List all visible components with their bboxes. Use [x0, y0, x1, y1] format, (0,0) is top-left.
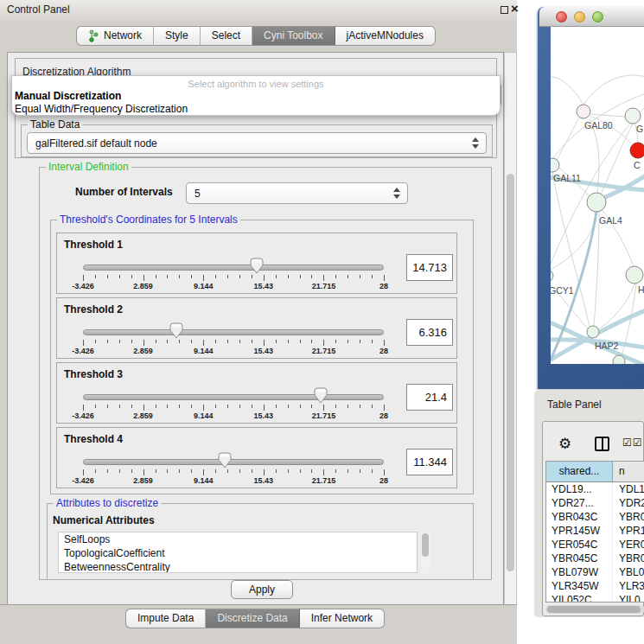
table-row[interactable]: YBR045CYBR0 — [546, 552, 644, 565]
threshold-value-field[interactable]: 14.713 — [406, 254, 453, 281]
algorithm-option[interactable]: Equal Width/Frequency Discretization — [15, 103, 188, 115]
table-row[interactable]: YLR345WYLR3 — [546, 579, 644, 593]
network-canvas[interactable]: GAL80G.CGAL11GAL4GCY1HHAP2 — [551, 27, 644, 364]
panel-vertical-scrollbar[interactable] — [504, 52, 517, 605]
slider-tick — [227, 469, 228, 473]
checkboxes-icon[interactable]: ☑☑ — [622, 437, 643, 449]
cell-shared-name[interactable]: YPR145W — [546, 524, 613, 538]
cell-name[interactable]: YLR3 — [613, 579, 644, 593]
slider-tick — [311, 469, 312, 473]
numerical-attributes-list[interactable]: SelfLoopsTopologicalCoefficientBetweenne… — [58, 532, 418, 573]
threshold-value-field[interactable]: 6.316 — [406, 319, 453, 346]
cell-shared-name[interactable]: YBR043C — [546, 510, 613, 524]
slider-track[interactable] — [83, 394, 384, 400]
slider-tick — [131, 469, 132, 473]
cell-shared-name[interactable]: YBL079W — [546, 565, 613, 579]
minimize-traffic-light-icon[interactable] — [574, 11, 585, 22]
number-of-intervals-value: 5 — [194, 188, 201, 200]
table-row[interactable]: YDL19...YDL1 — [546, 482, 644, 496]
algorithm-option[interactable]: Manual Discretization — [15, 90, 121, 102]
column-header-name[interactable]: n — [613, 462, 644, 481]
tab-cyni-toolbox[interactable]: Cyni Toolbox — [252, 26, 335, 46]
apply-button[interactable]: Apply — [231, 580, 293, 599]
slider-tick-label: -3.426 — [72, 476, 94, 485]
thresholds-group-title: Threshold's Coordinates for 5 Intervals — [57, 214, 240, 226]
number-of-intervals-combobox[interactable]: 5 — [186, 182, 408, 204]
slider-tick — [335, 469, 336, 473]
cell-name[interactable]: YER0 — [613, 538, 644, 552]
threshold-box: Threshold 1-3.4262.8599.14415.4321.71528… — [56, 233, 457, 294]
tab-select[interactable]: Select — [201, 26, 252, 46]
node-h[interactable] — [626, 266, 643, 284]
table-row[interactable]: YIL052CYIL0 — [546, 593, 644, 603]
cell-name[interactable]: YBR0 — [613, 552, 644, 565]
slider-tick — [348, 340, 348, 343]
node-g[interactable] — [625, 108, 641, 124]
node-gcy1[interactable] — [551, 270, 553, 282]
slider-track[interactable] — [83, 265, 384, 271]
table-data-group: Table Data galFiltered.sif default node — [21, 124, 493, 157]
tab-discretize-data[interactable]: Discretize Data — [206, 609, 299, 628]
cell-name[interactable]: YDR2 — [613, 496, 644, 510]
tab-infer-network[interactable]: Infer Network — [300, 609, 385, 628]
cell-name[interactable]: YDL1 — [613, 482, 644, 496]
tab-network[interactable]: Network — [76, 26, 154, 46]
columns-icon[interactable] — [595, 437, 609, 451]
cell-shared-name[interactable]: YLR345W — [546, 579, 613, 593]
cell-name[interactable]: YIL0 — [613, 593, 644, 603]
tab-jactivemnodules[interactable]: jActiveMNodules — [335, 26, 436, 46]
node-gal4[interactable] — [587, 193, 606, 212]
cell-shared-name[interactable]: YDR27... — [546, 496, 613, 510]
attributes-scrollbar-thumb[interactable] — [422, 533, 429, 557]
slider-thumb[interactable] — [218, 452, 232, 469]
close-traffic-light-icon[interactable] — [556, 11, 567, 22]
cell-name[interactable]: YPR1 — [613, 524, 644, 538]
close-icon[interactable]: × — [511, 1, 519, 16]
node[interactable] — [613, 355, 625, 364]
slider-track[interactable] — [83, 329, 384, 335]
cell-name[interactable]: YBL0 — [613, 565, 644, 579]
slider-tick-label: 21.715 — [312, 411, 336, 420]
table-row[interactable]: YBR043CYBR0 — [546, 510, 644, 524]
slider-thumb[interactable] — [314, 387, 328, 404]
attribute-item[interactable]: TopologicalCoefficient — [59, 546, 417, 560]
slider-tick-label: 28 — [379, 476, 388, 485]
cell-shared-name[interactable]: YBR045C — [546, 552, 613, 565]
slider-tick — [227, 340, 228, 343]
slider-tick-label: 9.144 — [194, 282, 214, 290]
node-table[interactable]: shared... n YDL19...YDL1YDR27...YDR2YBR0… — [545, 461, 644, 603]
attributes-scrollbar[interactable] — [421, 532, 430, 573]
slider-tick — [83, 340, 84, 346]
node-gal80[interactable] — [577, 105, 590, 118]
cell-shared-name[interactable]: YDL19... — [546, 482, 613, 496]
slider-track[interactable] — [83, 459, 384, 465]
table-row[interactable]: YPR145WYPR1 — [546, 524, 644, 538]
threshold-value-field[interactable]: 11.344 — [406, 449, 453, 475]
table-scrollbar-thumb[interactable] — [547, 606, 641, 613]
table-row[interactable]: YER054CYER0 — [546, 538, 644, 552]
tab-impute-data[interactable]: Impute Data — [125, 609, 206, 628]
column-header-shared-name[interactable]: shared... — [546, 462, 613, 481]
cell-shared-name[interactable]: YIL052C — [546, 593, 613, 603]
tab-style[interactable]: Style — [154, 26, 201, 46]
network-icon — [88, 29, 99, 42]
node-hap2[interactable] — [587, 326, 599, 338]
threshold-value-field[interactable]: 21.4 — [406, 384, 453, 411]
attribute-item[interactable]: SelfLoops — [59, 532, 417, 546]
attribute-item[interactable]: BetweennessCentrality — [59, 560, 417, 573]
panel-scrollbar-thumb[interactable] — [507, 174, 514, 571]
cell-shared-name[interactable]: YER054C — [546, 538, 613, 552]
table-horizontal-scrollbar[interactable] — [545, 605, 644, 614]
slider-tick — [131, 405, 132, 408]
gear-icon[interactable]: ⚙ — [558, 435, 571, 453]
float-window-icon[interactable] — [501, 6, 508, 14]
cell-name[interactable]: YBR0 — [613, 510, 644, 524]
node-gal11[interactable] — [551, 158, 559, 172]
node-c[interactable] — [630, 143, 644, 158]
slider-thumb[interactable] — [250, 258, 264, 274]
table-data-combobox[interactable]: galFiltered.sif default node — [27, 132, 487, 154]
table-row[interactable]: YBL079WYBL0 — [546, 565, 644, 579]
slider-thumb[interactable] — [169, 322, 183, 339]
table-row[interactable]: YDR27...YDR2 — [546, 496, 644, 510]
zoom-traffic-light-icon[interactable] — [592, 11, 603, 22]
